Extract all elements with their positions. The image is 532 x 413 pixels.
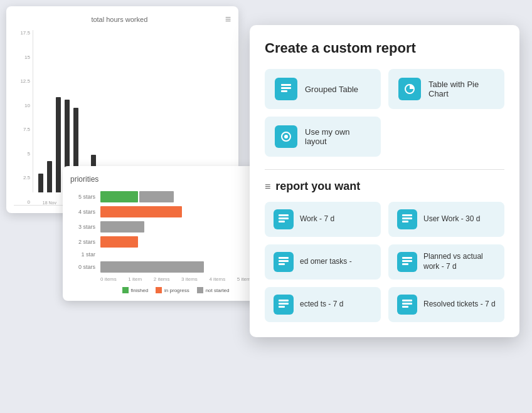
bar-1 bbox=[38, 174, 43, 192]
template-icon-connected-tickets bbox=[274, 295, 294, 315]
y-axis: 17.5 15 12.5 10 7.5 5 2.5 0 bbox=[14, 30, 33, 205]
svg-rect-21 bbox=[402, 300, 412, 301]
bar-chart-menu-icon[interactable]: ≡ bbox=[225, 14, 231, 25]
svg-rect-22 bbox=[402, 303, 412, 305]
svg-rect-6 bbox=[279, 214, 289, 216]
y-label: 17.5 bbox=[20, 30, 30, 36]
create-report-title: Create a custom report bbox=[265, 40, 504, 56]
template-label-planned-vs-actual: Planned vs actual work - 7 d bbox=[423, 252, 496, 271]
y-label: 12.5 bbox=[20, 78, 30, 84]
legend-finished: finished bbox=[122, 287, 149, 293]
template-label-user-work-30d: User Work - 30 d bbox=[423, 214, 480, 224]
svg-rect-18 bbox=[279, 300, 289, 301]
svg-rect-8 bbox=[279, 221, 285, 222]
grouped-table-label: Grouped Table bbox=[305, 85, 358, 94]
template-label-user-work-7d: Work - 7 d bbox=[300, 214, 334, 224]
template-connected-tickets[interactable]: ected ts - 7 d bbox=[265, 287, 381, 322]
template-icon-user-work-7d bbox=[274, 209, 294, 229]
bar-chart-header: total hours worked ≡ bbox=[14, 14, 231, 25]
legend-label-not-started: not started bbox=[206, 288, 230, 293]
y-label: 0 bbox=[28, 199, 30, 205]
svg-rect-7 bbox=[279, 217, 289, 219]
bar-3 bbox=[56, 97, 61, 192]
report-templates-header: ≡ report you want bbox=[265, 180, 504, 193]
legend-color-in-progress bbox=[156, 287, 162, 293]
px-label: 4 items bbox=[209, 276, 225, 282]
report-options-grid: Grouped Table Table with Pie Chart Use m… bbox=[265, 69, 504, 157]
svg-rect-10 bbox=[402, 217, 412, 219]
legend-label-in-progress: in progress bbox=[164, 288, 189, 293]
create-report-card: Create a custom report Grouped Table Tab bbox=[250, 25, 519, 337]
svg-rect-0 bbox=[281, 84, 291, 86]
priority-label: 3 stars bbox=[70, 224, 95, 230]
px-label: 2 items bbox=[154, 276, 170, 282]
svg-rect-14 bbox=[279, 263, 285, 265]
section-menu-icon: ≡ bbox=[265, 181, 270, 192]
template-label-connected-tickets: ected ts - 7 d bbox=[300, 300, 343, 310]
svg-rect-12 bbox=[279, 257, 289, 259]
priority-label: 0 stars bbox=[70, 264, 95, 270]
y-label: 2.5 bbox=[23, 175, 30, 180]
svg-rect-20 bbox=[279, 306, 285, 308]
template-icon-planned-vs-actual bbox=[397, 252, 417, 272]
bar-finished bbox=[100, 191, 138, 202]
own-layout-icon bbox=[275, 125, 297, 148]
template-assigned-tasks[interactable]: ed omer tasks - bbox=[265, 244, 381, 280]
template-label-assigned-tasks: ed omer tasks - bbox=[300, 257, 352, 267]
svg-rect-13 bbox=[279, 260, 289, 262]
legend-color-not-started bbox=[197, 287, 203, 293]
svg-rect-23 bbox=[402, 306, 408, 308]
template-label-resolved-tickets: Resolved tickets - 7 d bbox=[423, 300, 496, 310]
svg-rect-2 bbox=[281, 90, 287, 92]
svg-rect-11 bbox=[402, 221, 408, 222]
report-templates-title: report you want bbox=[275, 180, 360, 193]
svg-rect-16 bbox=[402, 260, 412, 262]
template-grid: Work - 7 d User Work - 30 d bbox=[265, 202, 504, 322]
px-label: 0 items bbox=[100, 276, 117, 282]
y-label: 15 bbox=[24, 55, 30, 60]
y-label: 10 bbox=[24, 103, 30, 108]
svg-rect-17 bbox=[402, 263, 408, 265]
svg-point-5 bbox=[284, 135, 288, 139]
bar-not-started bbox=[100, 221, 144, 233]
svg-rect-19 bbox=[279, 303, 289, 305]
template-user-work-7d[interactable]: Work - 7 d bbox=[265, 202, 381, 237]
y-label: 7.5 bbox=[23, 127, 30, 132]
bar-2 bbox=[47, 161, 52, 192]
grouped-table-option[interactable]: Grouped Table bbox=[265, 69, 381, 109]
legend-label-finished: finished bbox=[131, 288, 149, 293]
priority-label: 5 stars bbox=[70, 194, 95, 200]
table-pie-chart-label: Table with Pie Chart bbox=[428, 80, 494, 98]
template-planned-vs-actual[interactable]: Planned vs actual work - 7 d bbox=[388, 244, 504, 280]
svg-rect-9 bbox=[402, 214, 412, 216]
bar-in-progress bbox=[100, 206, 182, 217]
priority-label: 2 stars bbox=[70, 239, 95, 245]
svg-rect-15 bbox=[402, 257, 412, 259]
template-icon-assigned-tasks bbox=[274, 252, 294, 272]
grouped-table-icon bbox=[275, 78, 297, 100]
bar-not-started bbox=[100, 261, 204, 273]
table-pie-chart-icon bbox=[398, 78, 421, 100]
template-icon-resolved-tickets bbox=[397, 295, 417, 315]
priority-label: 4 stars bbox=[70, 209, 95, 215]
bar-in-progress bbox=[100, 236, 138, 248]
svg-rect-1 bbox=[281, 87, 291, 89]
px-label: 3 items bbox=[181, 276, 198, 282]
legend-not-started: not started bbox=[197, 287, 230, 293]
table-pie-chart-option[interactable]: Table with Pie Chart bbox=[388, 69, 504, 109]
x-label: 18 Nov bbox=[38, 201, 61, 205]
section-divider bbox=[265, 169, 504, 170]
priority-label: 1 star bbox=[70, 251, 95, 258]
legend-in-progress: in progress bbox=[156, 287, 189, 293]
bar-chart-title: total hours worked bbox=[14, 16, 225, 23]
template-icon-user-work-30d bbox=[397, 209, 417, 229]
bar-not-started bbox=[139, 191, 174, 202]
own-layout-option[interactable]: Use my own layout bbox=[265, 117, 381, 157]
template-resolved-tickets[interactable]: Resolved tickets - 7 d bbox=[388, 287, 504, 322]
own-layout-label: Use my own layout bbox=[305, 127, 371, 146]
priority-title: priorities bbox=[70, 175, 98, 184]
template-user-work-30d[interactable]: User Work - 30 d bbox=[388, 202, 504, 237]
y-label: 5 bbox=[28, 151, 30, 157]
px-label: 1 item bbox=[128, 276, 142, 282]
legend-color-finished bbox=[122, 287, 129, 293]
